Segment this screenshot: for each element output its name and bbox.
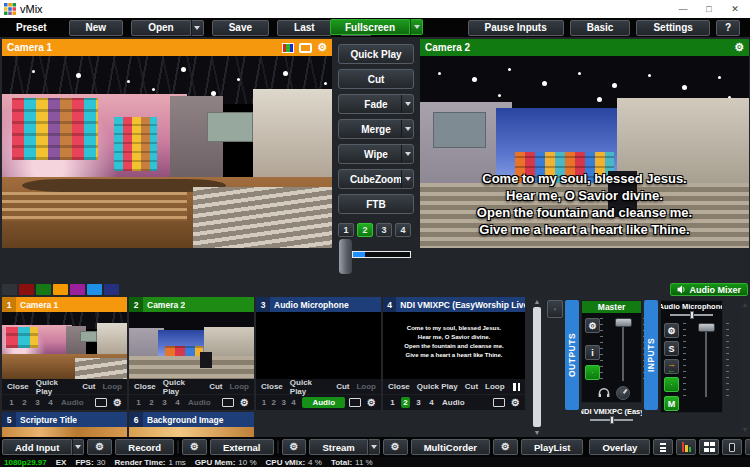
category-swatch-blue[interactable] [87,284,102,295]
maximize-button[interactable]: □ [696,0,722,18]
cut-button[interactable]: Cut [338,69,414,89]
overlay-number-4[interactable]: 4 [46,398,55,407]
mixer-scrollbar[interactable]: ▲ ▼ [740,300,750,434]
record-button[interactable]: Record [115,439,174,455]
overlay-number-3[interactable]: 3 [281,398,287,407]
pause-inputs-button[interactable]: Pause Inputs [468,20,564,36]
stream-dropdown[interactable] [368,439,380,455]
category-swatch-red[interactable] [19,284,34,295]
solo-button[interactable]: S [664,341,679,356]
category-swatch-all[interactable] [2,284,17,295]
inputs-tab[interactable]: INPUTS [644,300,658,410]
gear-icon[interactable]: ⚙ [734,42,744,53]
new-button[interactable]: New [69,20,124,36]
transition-number-4[interactable]: 4 [395,223,411,237]
master-fader[interactable] [608,316,638,383]
pause-icon[interactable] [513,383,520,391]
close-button[interactable]: Close [134,382,156,391]
scroll-down-icon[interactable]: ▼ [742,425,749,434]
stream-button[interactable]: Stream [309,439,367,455]
settings-button[interactable]: Settings [636,20,709,36]
fader-handle[interactable] [698,323,715,332]
master-mute-button[interactable] [585,365,600,380]
fader-handle[interactable] [615,318,632,327]
close-button[interactable]: Close [388,382,410,391]
external-button[interactable]: External [210,439,274,455]
overlay-number-3[interactable]: 3 [160,398,169,407]
input-thumbnail[interactable]: Come to my soul, blessed Jesus. Hear me,… [383,312,525,379]
transition-number-1[interactable]: 1 [338,223,354,237]
inputs-scrollbar[interactable]: ▲ ▼ [531,297,543,437]
overlay-number-2[interactable]: 2 [401,397,410,408]
input-card-4[interactable]: 4 NDI VMIXPC (EasyWorship Live) Come to … [383,297,525,410]
close-button[interactable]: ✕ [722,0,748,18]
overlay-number-3[interactable]: 3 [414,398,423,407]
input-thumbnail[interactable] [2,427,127,437]
overlay-button[interactable]: Overlay [589,439,650,455]
audio-mixer-toggle-button[interactable]: Audio Mixer [670,283,748,296]
loop-button[interactable]: Loop [485,382,505,391]
fullscreen-output-icon[interactable] [493,398,505,407]
ftb-button[interactable]: FTB [338,194,414,214]
gear-icon[interactable]: ⚙ [317,42,327,53]
fullscreen-output-icon[interactable] [349,398,361,407]
record-settings-button[interactable]: ⚙ [87,439,112,455]
input-card-2[interactable]: 2 Camera 2 [129,297,254,410]
pan-handle[interactable] [610,416,614,424]
scroll-up-icon[interactable]: ▲ [742,300,749,309]
headphones-icon[interactable] [598,387,610,398]
minimize-button[interactable]: — [670,0,696,18]
scrollbar-thumb[interactable] [533,307,541,427]
multicorder-button[interactable]: MultiCorder [411,439,490,455]
overlay-number-2[interactable]: 2 [271,398,277,407]
external-settings-button[interactable]: ⚙ [182,439,207,455]
overlay-number-1[interactable]: 1 [388,398,397,407]
preview-window-camera1[interactable]: Camera 1 ⚙ [2,39,332,248]
gear-icon[interactable]: ⚙ [511,398,520,408]
stream-settings-button[interactable]: ⚙ [282,439,307,455]
fullscreen-dropdown[interactable] [410,19,423,35]
fullscreen-button[interactable]: Fullscreen [330,19,410,35]
wipe-dropdown[interactable] [401,145,413,163]
input-card-3[interactable]: 3 Audio Microphone Close Quick Play Cut … [256,297,381,410]
pin-button[interactable] [547,300,563,318]
category-swatch-navy[interactable] [104,284,119,295]
quick-play-button[interactable]: Quick Play [417,382,458,391]
last-button[interactable]: Last [277,20,332,36]
audio-button[interactable]: Audio [61,398,84,407]
channel-mute-button[interactable] [664,377,679,392]
input-card-6[interactable]: 6 Background Image [129,412,254,437]
snapshot-button[interactable] [722,439,742,455]
cut-button[interactable]: Cut [82,382,95,391]
overlay-number-2[interactable]: 2 [20,398,29,407]
wipe-button[interactable]: Wipe [338,144,414,164]
input-thumbnail[interactable] [256,312,381,379]
category-swatch-orange[interactable] [53,284,68,295]
headphone-volume-knob[interactable] [616,386,630,400]
input-thumbnail[interactable] [2,312,127,379]
quick-play-button[interactable]: Quick Play [338,44,414,64]
save-button[interactable]: Save [212,20,269,36]
input-thumbnail[interactable] [129,427,254,437]
quick-play-button[interactable]: Quick Play [290,378,329,396]
input-thumbnail[interactable] [129,312,254,379]
multicorder-settings-button[interactable]: ⚙ [383,439,408,455]
overlay-number-1[interactable]: 1 [7,398,16,407]
audio-meters-button[interactable] [676,439,696,455]
outputs-tab[interactable]: OUTPUTS [565,300,579,410]
preview-window-camera2[interactable]: Camera 2 ⚙ Come to my [420,39,749,248]
merge-dropdown[interactable] [401,120,413,138]
tbar-track[interactable] [352,251,411,258]
gear-icon[interactable]: ⚙ [240,398,249,408]
add-input-dropdown[interactable] [72,439,84,455]
input-card-5[interactable]: 5 Scripture Title [2,412,127,437]
channel-gear-button[interactable]: ⚙ [664,323,679,338]
category-swatch-green[interactable] [36,284,51,295]
loop-button[interactable]: Loop [229,382,249,391]
fade-button[interactable]: Fade [338,94,414,114]
audio-button[interactable]: Audio [442,398,465,407]
fade-dropdown[interactable] [401,95,413,113]
loop-button[interactable]: Loop [356,382,376,391]
monitor-icon[interactable] [299,43,312,53]
gear-icon[interactable]: ⚙ [367,398,376,408]
